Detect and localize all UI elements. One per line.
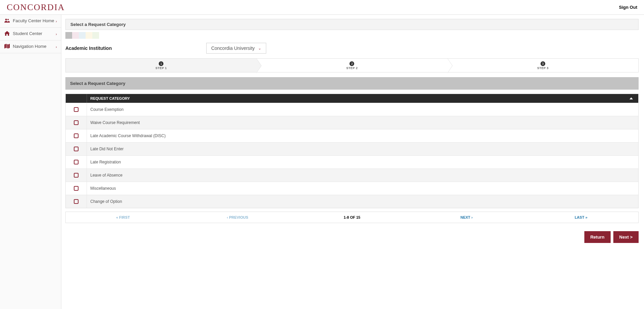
step-label: STEP 1 [155, 66, 167, 70]
content-area: Select a Request Category Academic Insti… [61, 15, 644, 309]
page-header: CONCORDIA Sign Out [0, 0, 644, 15]
step-2[interactable]: 2 STEP 2 [256, 59, 447, 72]
category-name: Waive Course Requirement [87, 116, 638, 129]
row-select-cell [66, 182, 87, 195]
table-row[interactable]: Course Exemption [66, 103, 638, 116]
step-label: STEP 3 [537, 66, 549, 70]
chevron-right-icon: › [56, 19, 57, 23]
pagination-last[interactable]: LAST » [524, 212, 638, 223]
row-select-cell [66, 156, 87, 168]
category-name: Late Academic Course Withdrawal (DISC) [87, 129, 638, 142]
step-1[interactable]: 1 STEP 1 [66, 59, 256, 72]
table-row[interactable]: Change of Option [66, 195, 638, 208]
select-column-header [66, 94, 87, 103]
chevron-down-icon: ⌄ [258, 46, 261, 51]
step-badge: 3 [541, 61, 545, 66]
sidebar-item-label: Student Center [13, 31, 42, 37]
footer-actions: Return Next > [65, 231, 639, 243]
table-row[interactable]: Late Academic Course Withdrawal (DISC) [66, 129, 638, 142]
stepper: 1 STEP 1 2 STEP 2 3 STEP 3 [65, 58, 639, 72]
institution-dropdown[interactable]: Concordia University ⌄ [206, 43, 266, 54]
chevron-right-icon: › [56, 45, 57, 49]
select-checkbox[interactable] [74, 147, 79, 151]
row-select-cell [66, 169, 87, 182]
step-3[interactable]: 3 STEP 3 [448, 59, 638, 72]
category-table: REQUEST CATEGORY Course ExemptionWaive C… [65, 94, 639, 208]
table-row[interactable]: Leave of Absence [66, 168, 638, 182]
institution-row: Academic Institution Concordia Universit… [65, 43, 639, 54]
sidebar-item-label: Faculty Center Home [13, 18, 54, 24]
row-select-cell [66, 129, 87, 142]
row-select-cell [66, 143, 87, 155]
table-body: Course ExemptionWaive Course Requirement… [66, 103, 638, 208]
category-name: Leave of Absence [87, 169, 638, 182]
category-name: Late Registration [87, 156, 638, 168]
row-select-cell [66, 103, 87, 116]
pagination-info: 1-8 OF 15 [295, 212, 409, 223]
institution-label: Academic Institution [65, 45, 112, 51]
sidebar-item-navigation-home[interactable]: Navigation Home › [0, 40, 61, 53]
category-column-header[interactable]: REQUEST CATEGORY [87, 94, 638, 103]
map-icon [4, 44, 10, 50]
step-badge: 2 [349, 61, 354, 66]
table-header-row: REQUEST CATEGORY [66, 94, 638, 103]
sidebar-item-faculty-center[interactable]: Faculty Center Home › [0, 15, 61, 28]
table-section-title: Select a Request Category [65, 77, 639, 90]
table-row[interactable]: Waive Course Requirement [66, 116, 638, 129]
pagination-next[interactable]: NEXT › [409, 212, 524, 223]
logo: CONCORDIA [7, 2, 65, 12]
pagination-previous[interactable]: ‹ PREVIOUS [180, 212, 295, 223]
category-name: Late Did Not Enter [87, 143, 638, 155]
table-row[interactable]: Late Registration [66, 155, 638, 168]
next-button[interactable]: Next > [613, 231, 639, 243]
category-name: Course Exemption [87, 103, 638, 116]
table-row[interactable]: Miscellaneous [66, 182, 638, 195]
category-name: Miscellaneous [87, 182, 638, 195]
table-row[interactable]: Late Did Not Enter [66, 142, 638, 155]
sign-out-link[interactable]: Sign Out [619, 5, 637, 10]
select-checkbox[interactable] [74, 160, 79, 164]
institution-value: Concordia University [211, 45, 255, 51]
pagination: « FIRST ‹ PREVIOUS 1-8 OF 15 NEXT › LAST… [65, 212, 639, 223]
step-badge: 1 [159, 61, 163, 66]
select-checkbox[interactable] [74, 107, 79, 112]
home-icon [4, 31, 10, 37]
main-layout: Faculty Center Home › Student Center › N… [0, 15, 644, 309]
sidebar-item-label: Navigation Home [13, 44, 47, 50]
select-checkbox[interactable] [74, 120, 79, 125]
sidebar: Faculty Center Home › Student Center › N… [0, 15, 61, 309]
category-name: Change of Option [87, 195, 638, 208]
section-header: Select a Request Category [65, 19, 639, 30]
users-icon [4, 18, 10, 24]
select-checkbox[interactable] [74, 173, 79, 178]
select-checkbox[interactable] [74, 186, 79, 191]
chevron-right-icon: › [56, 32, 57, 36]
svg-point-0 [5, 19, 7, 21]
sort-ascending-icon [630, 97, 633, 99]
row-select-cell [66, 116, 87, 129]
select-checkbox[interactable] [74, 133, 79, 138]
redacted-info [65, 32, 106, 39]
step-label: STEP 2 [346, 66, 358, 70]
pagination-first[interactable]: « FIRST [66, 212, 180, 223]
return-button[interactable]: Return [584, 231, 611, 243]
sidebar-item-student-center[interactable]: Student Center › [0, 28, 61, 40]
row-select-cell [66, 195, 87, 208]
select-checkbox[interactable] [74, 199, 79, 204]
svg-point-1 [7, 19, 9, 20]
